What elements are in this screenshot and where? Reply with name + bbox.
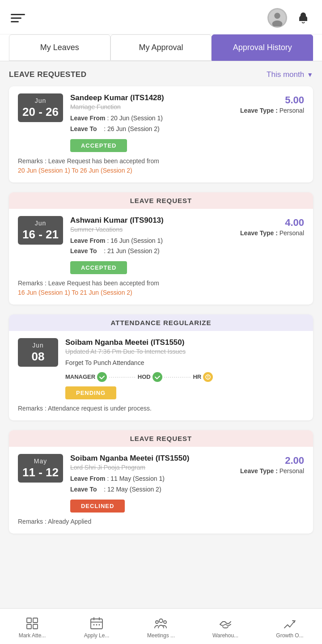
handshake-icon (218, 616, 233, 631)
svg-rect-6 (33, 618, 38, 623)
leave-type-4: Leave Type : Personal (233, 467, 304, 475)
leave-reason-4: Lord Shri Ji Pooja Program (70, 464, 227, 471)
hamburger-menu[interactable] (11, 14, 25, 22)
leave-type-1: Leave Type : Personal (233, 107, 304, 114)
remarks-4: Remarks : Already Applied (18, 517, 304, 526)
employee-name-2: Ashwani Kumar (ITS9013) (70, 216, 227, 225)
card-body-2: Jun 16 - 21 Ashwani Kumar (ITS9013) Summ… (9, 209, 313, 305)
info-left-1: Sandeep Kumar (ITS1428) Marriage Functio… (70, 93, 227, 135)
leave-count-4: 2.00 (233, 454, 304, 466)
leave-detail-1: Leave From : 20 Jun (Session 1) Leave To… (70, 113, 227, 135)
main-content: LEAVE REQUESTED This month ▼ Jun 20 - 26… (0, 61, 322, 588)
nav-label-apply-leave: Apply Le... (84, 632, 110, 639)
info-right-1: 5.00 Leave Type : Personal (233, 93, 304, 114)
tab-bar: My Leaves My Approval Approval History (0, 34, 322, 61)
remarks-text-2: Remarks : Leave Request has been accepte… (18, 280, 159, 287)
pipeline-label-manager: MANAGER (65, 373, 95, 380)
app-header (0, 0, 322, 34)
pipeline-step-hod: HOD (138, 372, 162, 382)
leave-card-2: LEAVE REQUEST Jun 16 - 21 Ashwani Kumar … (9, 192, 313, 305)
svg-point-10 (93, 624, 95, 625)
approval-pipeline-3: MANAGER ·············· HOD ·· (65, 372, 304, 382)
section-header: LEAVE REQUESTED This month ▼ (9, 70, 313, 79)
info-left-4: Soibam Nganba Meetei (ITS1550) Lord Shri… (70, 454, 227, 495)
hod-check-icon (153, 372, 162, 382)
day-range-2: 16 - 21 (22, 229, 59, 240)
card-body-3: Jun 08 Soibam Nganba Meetei (ITS1550) Up… (9, 331, 313, 420)
card-top-4: May 11 - 12 Soibam Nganba Meetei (ITS155… (18, 454, 304, 513)
leave-reason-3: Updated At 7:36 Pm Due To Internet Issue… (65, 348, 304, 355)
card-band-4: LEAVE REQUEST (9, 430, 313, 447)
leave-reason-1: Marriage Function (70, 103, 227, 110)
pipeline-dots-1: ·············· (109, 374, 136, 380)
info-detail-1: Sandeep Kumar (ITS1428) Marriage Functio… (70, 93, 304, 135)
status-button-3[interactable]: PENDING (65, 386, 116, 399)
nav-mark-attendance[interactable]: Mark Atte... (0, 609, 64, 644)
nav-warehouse[interactable]: Warehou... (193, 609, 258, 644)
filter-dropdown[interactable]: This month ▼ (267, 70, 313, 79)
chevron-down-icon: ▼ (307, 71, 313, 78)
tab-my-leaves[interactable]: My Leaves (9, 34, 110, 61)
meetings-icon (154, 616, 168, 631)
leave-reason-2: Summer Vacations (70, 226, 227, 233)
tab-approval-history[interactable]: Approval History (212, 34, 313, 61)
filter-label: This month (267, 70, 304, 79)
leave-type-value-1: Personal (280, 107, 304, 114)
leave-count-1: 5.00 (233, 93, 304, 106)
avatar[interactable] (267, 8, 287, 28)
card-info-2: Ashwani Kumar (ITS9013) Summer Vacations… (70, 216, 304, 275)
employee-name-1: Sandeep Kumar (ITS1428) (70, 93, 227, 102)
leave-to-1: 26 Jun (Session 2) (107, 125, 160, 132)
leave-detail-2: Leave From : 16 Jun (Session 1) Leave To… (70, 236, 227, 257)
svg-point-4 (208, 378, 208, 379)
pipeline-step-hr: HR (193, 372, 213, 382)
notifications-bell-icon[interactable] (295, 10, 311, 26)
date-badge-1: Jun 20 - 26 (18, 93, 63, 122)
pipeline-label-hod: HOD (138, 373, 151, 380)
info-detail-4: Soibam Nganba Meetei (ITS1550) Lord Shri… (70, 454, 304, 495)
nav-label-growth: Growth O... (276, 632, 303, 639)
card-band-2: LEAVE REQUEST (9, 192, 313, 209)
remarks-text-1: Remarks : Leave Request has been accepte… (18, 157, 159, 165)
remarks-1: Remarks : Leave Request has been accepte… (18, 157, 304, 175)
date-badge-3: Jun 08 (18, 338, 58, 367)
pipeline-dots-2: ·············· (164, 374, 191, 380)
svg-point-13 (159, 619, 163, 623)
nav-growth[interactable]: Growth O... (258, 609, 322, 644)
employee-name-3: Soibam Nganba Meetei (ITS1550) (65, 338, 304, 347)
svg-point-11 (96, 624, 97, 625)
leave-card-4: LEAVE REQUEST May 11 - 12 Soibam Nganba … (9, 430, 313, 534)
svg-rect-9 (91, 619, 102, 629)
month-2: Jun (22, 220, 59, 227)
date-badge-2: Jun 16 - 21 (18, 216, 63, 245)
attendance-card-3: ATTENDANCE REGULARIZE Jun 08 Soibam Ngan… (9, 314, 313, 420)
svg-point-12 (99, 624, 100, 625)
nav-apply-leave[interactable]: Apply Le... (64, 609, 129, 644)
month-1: Jun (22, 97, 59, 104)
nav-meetings[interactable]: Meetings ... (129, 609, 193, 644)
header-icons (267, 8, 311, 28)
svg-point-14 (156, 621, 158, 623)
employee-name-4: Soibam Nganba Meetei (ITS1550) (70, 454, 227, 463)
card-body-4: May 11 - 12 Soibam Nganba Meetei (ITS155… (9, 447, 313, 534)
remarks-3: Remarks : Attendance request is under pr… (18, 404, 304, 413)
info-left-2: Ashwani Kumar (ITS9013) Summer Vacations… (70, 216, 227, 257)
leave-from-2: 16 Jun (Session 1) (110, 237, 163, 244)
svg-rect-7 (27, 624, 31, 629)
remarks-text-4: Remarks : Already Applied (18, 518, 91, 525)
status-button-4[interactable]: DECLINED (70, 500, 125, 513)
info-detail-2: Ashwani Kumar (ITS9013) Summer Vacations… (70, 216, 304, 257)
info-right-2: 4.00 Leave Type : Personal (233, 216, 304, 237)
tab-my-approval[interactable]: My Approval (110, 34, 212, 61)
card-info-3: Soibam Nganba Meetei (ITS1550) Updated A… (65, 338, 304, 399)
status-button-2[interactable]: ACCEPTED (70, 261, 127, 274)
remarks-highlight-1: 20 Jun (Session 1) To 26 Jun (Session 2) (18, 167, 132, 174)
nav-label-mark-attendance: Mark Atte... (19, 632, 46, 639)
pipeline-label-hr: HR (193, 373, 201, 380)
month-4: May (22, 458, 59, 465)
card-body-1: Jun 20 - 26 Sandeep Kumar (ITS1428) Marr… (9, 86, 313, 182)
status-button-1[interactable]: ACCEPTED (70, 139, 127, 152)
day-range-4: 11 - 12 (22, 466, 59, 478)
leave-from-4: 11 May (Session 1) (110, 475, 165, 482)
month-3: Jun (22, 342, 54, 349)
